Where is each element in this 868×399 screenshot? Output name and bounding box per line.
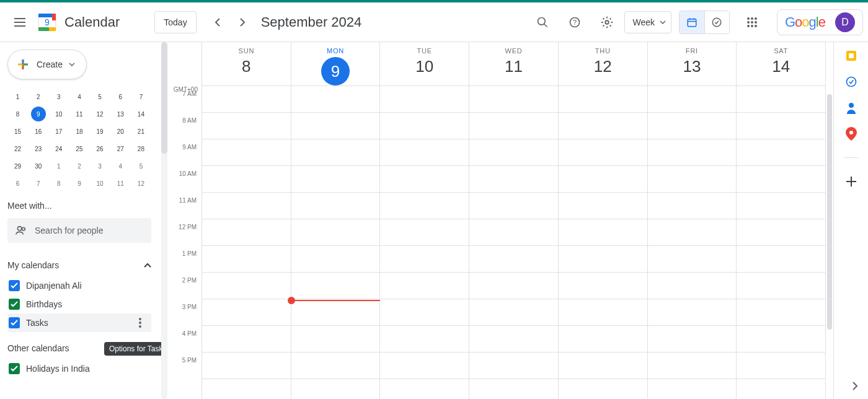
maps-addon[interactable] (845, 128, 857, 140)
grid-cell[interactable] (202, 353, 291, 379)
grid-cell[interactable] (380, 193, 469, 219)
grid-cell[interactable] (291, 273, 381, 299)
grid-cell[interactable] (737, 139, 826, 165)
grid-cell[interactable] (559, 166, 648, 192)
grid-cell[interactable] (291, 86, 381, 112)
mini-cal-day[interactable]: 5 (131, 157, 151, 175)
mini-cal-day[interactable]: 9 (69, 175, 89, 192)
grid-cell[interactable] (380, 326, 469, 352)
grid-cell[interactable] (202, 86, 291, 112)
grid-cell[interactable] (380, 86, 469, 112)
mini-cal-day[interactable]: 30 (28, 157, 48, 175)
day-header[interactable]: SAT14 (737, 42, 826, 86)
grid-cell[interactable] (469, 353, 559, 379)
grid-cell[interactable] (737, 326, 826, 352)
grid-cell[interactable] (469, 299, 559, 325)
grid-cell[interactable] (202, 246, 291, 272)
grid-cell[interactable] (559, 326, 648, 352)
grid-cell[interactable] (469, 219, 559, 245)
calendar-item[interactable]: Holidays in India (7, 359, 151, 378)
grid-cell[interactable] (291, 166, 381, 192)
grid-cell[interactable] (202, 273, 291, 299)
mini-cal-day[interactable]: 5 (90, 88, 110, 105)
contacts-addon[interactable] (845, 102, 857, 114)
grid-cell[interactable] (380, 139, 469, 165)
hour-row[interactable] (202, 299, 826, 326)
mini-cal-day[interactable]: 19 (90, 123, 110, 140)
grid-cell[interactable] (469, 86, 559, 112)
mini-cal-day[interactable]: 24 (48, 140, 69, 157)
day-header[interactable]: SUN8 (202, 42, 291, 86)
grid-cell[interactable] (291, 219, 381, 245)
grid-cell[interactable] (559, 193, 648, 219)
grid-cell[interactable] (648, 86, 737, 112)
mini-cal-day[interactable]: 16 (28, 123, 48, 140)
hour-row[interactable] (202, 86, 826, 113)
mini-calendar[interactable]: 1234567891011121314151617181920212223242… (7, 88, 151, 192)
grid-cell[interactable] (469, 273, 559, 299)
hour-row[interactable] (202, 379, 826, 399)
grid-cell[interactable] (737, 166, 826, 192)
grid-cell[interactable] (737, 113, 826, 139)
grid-cell[interactable] (291, 193, 381, 219)
calendar-checkbox[interactable] (9, 317, 20, 328)
grid-cell[interactable] (737, 273, 826, 299)
grid-cell[interactable] (737, 86, 826, 112)
hour-row[interactable] (202, 219, 826, 246)
mini-cal-day[interactable]: 22 (7, 140, 28, 157)
grid-cell[interactable] (648, 326, 737, 352)
hour-row[interactable] (202, 326, 826, 353)
grid-cell[interactable] (380, 299, 469, 325)
grid-cell[interactable] (559, 86, 648, 112)
grid-cell[interactable] (737, 299, 826, 325)
day-header[interactable]: TUE10 (380, 42, 469, 86)
grid-scrollbar[interactable] (826, 42, 833, 399)
day-header[interactable]: WED11 (469, 42, 559, 86)
hour-row[interactable] (202, 273, 826, 299)
next-period-button[interactable] (231, 11, 254, 33)
mini-cal-day[interactable]: 4 (110, 157, 131, 175)
main-menu-button[interactable] (5, 7, 35, 37)
grid-cell[interactable] (380, 219, 469, 245)
create-button[interactable]: Create (7, 50, 87, 79)
mini-cal-day[interactable]: 7 (131, 88, 151, 105)
grid-cell[interactable] (202, 166, 291, 192)
grid-cell[interactable] (380, 113, 469, 139)
grid-cell[interactable] (380, 353, 469, 379)
grid-cell[interactable] (737, 353, 826, 379)
mini-cal-day[interactable]: 17 (48, 123, 69, 140)
mini-cal-day[interactable]: 10 (90, 175, 110, 192)
mini-cal-day[interactable]: 20 (110, 123, 131, 140)
grid-cell[interactable] (202, 299, 291, 325)
mini-cal-day[interactable]: 28 (131, 140, 151, 157)
grid-cell[interactable] (648, 219, 737, 245)
grid-cell[interactable] (559, 353, 648, 379)
grid-cell[interactable] (648, 246, 737, 272)
mini-cal-day[interactable]: 7 (28, 175, 48, 192)
grid-cell[interactable] (559, 113, 648, 139)
hour-row[interactable] (202, 353, 826, 379)
mini-cal-day[interactable]: 27 (110, 140, 131, 157)
calendar-checkbox[interactable] (9, 299, 20, 310)
grid-cell[interactable] (648, 273, 737, 299)
day-header[interactable]: FRI13 (648, 42, 737, 86)
hours-grid[interactable] (202, 86, 826, 399)
grid-cell[interactable] (291, 246, 381, 272)
grid-cell[interactable] (648, 193, 737, 219)
mini-cal-day[interactable]: 6 (110, 88, 131, 105)
avatar[interactable]: D (835, 12, 855, 32)
mini-cal-day[interactable]: 6 (7, 175, 28, 192)
collapse-panel-button[interactable] (852, 382, 858, 390)
grid-cell[interactable] (648, 113, 737, 139)
grid-cell[interactable] (737, 193, 826, 219)
hour-row[interactable] (202, 139, 826, 166)
day-header[interactable]: THU12 (559, 42, 648, 86)
search-button[interactable] (528, 7, 557, 37)
account-badge[interactable]: Google D (777, 9, 863, 35)
mini-cal-day[interactable]: 13 (110, 105, 131, 123)
tasks-view-toggle[interactable] (704, 11, 729, 33)
mini-cal-day[interactable]: 14 (131, 105, 151, 123)
grid-cell[interactable] (469, 193, 559, 219)
hour-row[interactable] (202, 246, 826, 273)
grid-cell[interactable] (469, 113, 559, 139)
